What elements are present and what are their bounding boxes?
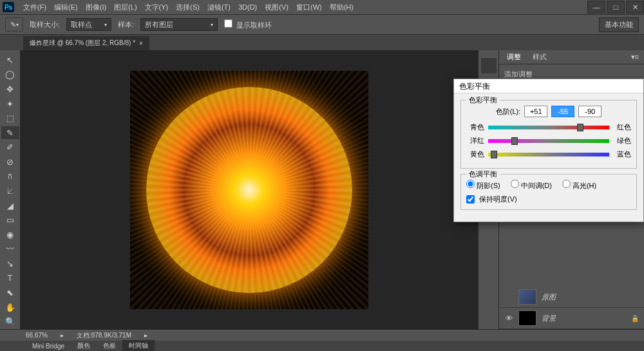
menu-bar: Ps 文件(F) 编辑(E) 图像(I) 图层(L) 文字(Y) 选择(S) 滤… (0, 0, 644, 14)
doc-size-value: 878.9K/3.71M (91, 332, 131, 339)
zoom-level[interactable]: 66.67% (26, 332, 48, 339)
document-tab-title: 爆炸星球 @ 66.7% (图层 2, RGB/8) * (30, 39, 135, 48)
options-bar: ✎▾ 取样大小: 取样点▾ 样本: 所有图层▾ 显示取样环 基本功能 (0, 14, 644, 35)
layer-row[interactable]: 👁 背景 🔒 (499, 308, 644, 329)
shadows-radio[interactable]: 阴影(S) (466, 180, 500, 191)
lasso-tool[interactable]: ✥ (1, 82, 19, 96)
level-magenta-green-input[interactable] (551, 106, 574, 117)
menu-3d[interactable]: 3D(D) (234, 1, 261, 13)
brush-tool[interactable]: ✐ (1, 140, 19, 154)
canvas-area[interactable] (21, 50, 478, 329)
styles-tab[interactable]: 样式 (530, 50, 549, 64)
sample-label: 样本: (118, 20, 134, 30)
timeline-tab[interactable]: 时间轴 (122, 340, 155, 351)
pen-tool[interactable]: ↘ (1, 257, 19, 270)
show-sampling-ring[interactable]: 显示取样环 (224, 19, 272, 30)
level-cyan-red-input[interactable] (524, 106, 547, 117)
eraser-tool[interactable]: ⟀ (1, 184, 19, 198)
type-tool[interactable]: T (1, 272, 19, 285)
layer-row[interactable]: 原图 (499, 287, 644, 308)
slider-track[interactable] (488, 139, 609, 143)
app-logo: Ps (3, 2, 14, 12)
tone-balance-group: 色调平衡 阴影(S) 中间调(D) 高光(H) 保持明度(V) (460, 174, 637, 210)
close-button[interactable]: ✕ (626, 1, 644, 14)
document-tabs: 爆炸星球 @ 66.7% (图层 2, RGB/8) * × (0, 35, 644, 50)
sample-select[interactable]: 所有图层▾ (140, 18, 218, 31)
current-tool-icon[interactable]: ✎▾ (5, 17, 23, 32)
lock-icon: 🔒 (631, 315, 639, 322)
slider-right-label: 绿色 (613, 136, 631, 146)
move-tool[interactable]: ↖ (1, 53, 19, 67)
group-title: 色彩平衡 (466, 95, 500, 105)
slider-thumb[interactable] (577, 124, 583, 131)
maximize-button[interactable]: □ (607, 1, 625, 14)
document-tab[interactable]: 爆炸星球 @ 66.7% (图层 2, RGB/8) * × (23, 36, 149, 50)
dialog-title[interactable]: 色彩平衡 (454, 79, 643, 93)
highlights-radio[interactable]: 高光(H) (562, 180, 596, 191)
eyedropper-tool[interactable]: ✎ (1, 126, 19, 140)
menu-edit[interactable]: 编辑(E) (50, 1, 82, 14)
menu-filter[interactable]: 滤镜(T) (204, 1, 234, 14)
crop-tool[interactable]: ⬚ (1, 111, 19, 125)
dialog-body: 色彩平衡 色阶(L): 青色 红色 洋红 绿色 黄色 蓝色 (454, 93, 643, 222)
menu-select[interactable]: 选择(S) (172, 1, 204, 14)
midtones-radio[interactable]: 中间调(D) (511, 180, 552, 191)
stamp-tool[interactable]: ⊘ (1, 155, 19, 169)
window-controls: — □ ✕ (586, 1, 644, 14)
hand-tool[interactable]: ✋ (1, 301, 19, 314)
swatches-tab[interactable]: 色板 (97, 340, 122, 351)
sample-size-select[interactable]: 取样点▾ (66, 18, 111, 31)
menu-layer[interactable]: 图层(L) (110, 1, 140, 14)
color-tab[interactable]: 颜色 (71, 340, 97, 351)
layer-thumbnail[interactable] (518, 289, 536, 305)
workspace-button[interactable]: 基本功能 (599, 17, 639, 32)
canvas-image (130, 71, 368, 309)
slider-cyan-red: 青色 红色 (466, 122, 631, 132)
minimize-button[interactable]: — (587, 1, 605, 14)
slider-track[interactable] (488, 153, 609, 157)
panel-menu-icon[interactable]: ▾≡ (631, 53, 639, 61)
group-title: 色调平衡 (466, 169, 500, 179)
level-yellow-blue-input[interactable] (578, 106, 601, 117)
menu-view[interactable]: 视图(V) (261, 1, 292, 14)
layer-name[interactable]: 原图 (542, 292, 556, 302)
marquee-tool[interactable]: ◯ (1, 68, 19, 82)
status-menu-icon[interactable]: ▸ (144, 332, 147, 339)
close-tab-icon[interactable]: × (139, 40, 143, 47)
status-bar: 66.67% ▸ 文档:878.9K/3.71M ▸ (0, 329, 644, 341)
levels-row: 色阶(L): (466, 106, 631, 117)
collapsed-panel-icon[interactable] (481, 58, 497, 73)
slider-right-label: 蓝色 (613, 149, 631, 159)
tools-panel: ↖ ◯ ✥ ✦ ⬚ ✎ ✐ ⊘ ⩃ ⟀ ◢ ▭ ◉ 〰 ↘ T ⬉ ✋ 🔍 (0, 50, 21, 329)
layer-name[interactable]: 背景 (542, 314, 556, 323)
magic-wand-tool[interactable]: ✦ (1, 97, 19, 111)
path-tool[interactable]: ⬉ (1, 286, 19, 299)
tone-radio-row: 阴影(S) 中间调(D) 高光(H) (466, 180, 631, 191)
dodge-tool[interactable]: 〰 (1, 243, 19, 256)
rectangle-tool[interactable]: ▭ (1, 213, 19, 227)
mini-bridge-tab[interactable]: Mini Bridge (26, 341, 71, 351)
slider-left-label: 洋红 (466, 136, 484, 146)
zoom-arrows[interactable]: ▸ (61, 332, 64, 339)
blur-tool[interactable]: ◉ (1, 228, 19, 242)
slider-track[interactable] (488, 126, 609, 129)
slider-right-label: 红色 (613, 122, 631, 132)
slider-thumb[interactable] (491, 151, 497, 158)
preserve-luminosity-checkbox[interactable]: 保持明度(V) (466, 194, 631, 204)
adjustments-tab[interactable]: 调整 (504, 50, 524, 64)
gradient-tool[interactable]: ◢ (1, 199, 19, 213)
doc-size-label: 文档: (77, 332, 91, 339)
slider-left-label: 青色 (466, 122, 484, 132)
menu-type[interactable]: 文字(Y) (141, 1, 173, 14)
menu-help[interactable]: 帮助(H) (326, 1, 357, 14)
bottom-panel-tabs: Mini Bridge 颜色 色板 时间轴 (0, 341, 644, 351)
visibility-icon[interactable]: 👁 (504, 314, 513, 322)
color-balance-group: 色彩平衡 色阶(L): 青色 红色 洋红 绿色 黄色 蓝色 (460, 100, 637, 169)
menu-window[interactable]: 窗口(W) (292, 1, 326, 14)
menu-image[interactable]: 图像(I) (82, 1, 110, 14)
layer-thumbnail[interactable] (518, 310, 536, 326)
slider-thumb[interactable] (511, 137, 518, 145)
history-brush-tool[interactable]: ⩃ (1, 170, 19, 184)
zoom-tool[interactable]: 🔍 (1, 315, 19, 328)
menu-file[interactable]: 文件(F) (19, 1, 50, 14)
